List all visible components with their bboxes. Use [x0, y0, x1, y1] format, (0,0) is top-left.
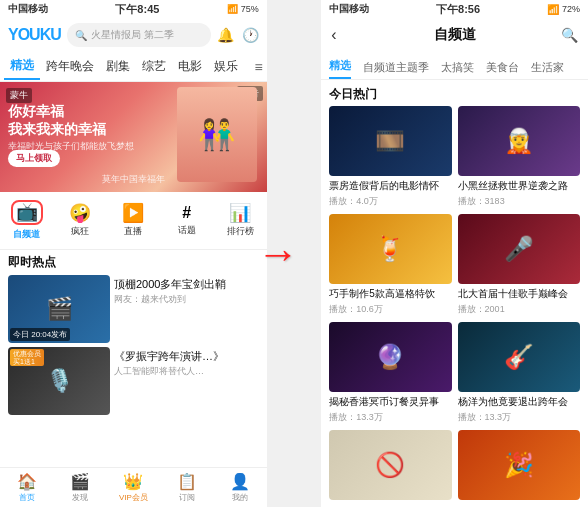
quick-nav-zipindao[interactable]: 📺 自频道 — [0, 198, 53, 243]
video-card-4[interactable]: 🔮 揭秘香港冥币订餐灵异事 播放：13.3万 — [329, 322, 451, 424]
bottom-nav-discover[interactable]: 🎬 发现 — [53, 468, 106, 507]
video-views-1: 播放：3183 — [458, 195, 580, 208]
video-thumb-5: 🎸 — [458, 322, 580, 392]
search-box[interactable]: 🔍 火星情报局 第二季 — [67, 23, 211, 47]
bottom-nav-profile[interactable]: 👤 我的 — [213, 468, 266, 507]
video-card-0[interactable]: 🎞️ 票房造假背后的电影情怀 播放：4.0万 — [329, 106, 451, 208]
right-sub-tabs: 精选 自频道主题季 太搞笑 美食台 生活家 — [321, 52, 588, 80]
vthumb-bg-6: 🚫 — [329, 430, 451, 500]
hot-info-2: 《罗振宇跨年演讲…》 人工智能即将替代人… — [114, 347, 259, 415]
video-card-3[interactable]: 🎤 北大首届十佳歌手巅峰会 播放：2001 — [458, 214, 580, 316]
bottom-nav-home[interactable]: 🏠 首页 — [0, 468, 53, 507]
right-status-bar: 中国移动 下午8:56 📶 72% — [321, 0, 588, 18]
bottom-nav-subscribe[interactable]: 📋 订阅 — [160, 468, 213, 507]
left-battery: 75% — [241, 4, 259, 14]
left-status-icons: 📶 75% — [227, 4, 259, 14]
profile-icon: 👤 — [230, 472, 250, 491]
quick-nav-huati[interactable]: # 话题 — [160, 198, 213, 243]
bottom-nav-vip-label: VIP会员 — [119, 492, 148, 503]
nav-tab-kuangnian[interactable]: 跨年晚会 — [40, 54, 100, 79]
banner-text: 你好幸福 我来我来的幸福 幸福时光与孩子们都能放飞梦想 — [8, 102, 134, 153]
nav-tab-dianying[interactable]: 电影 — [172, 54, 208, 79]
quick-nav-paihang-label: 排行榜 — [227, 225, 254, 238]
hot-grid: 🎬 今日 20:04发布 顶棚2000多年宝剑出鞘 网友：越来代劝到 🎙️ 优惠… — [0, 273, 267, 467]
bottom-nav-vip[interactable]: 👑 VIP会员 — [107, 468, 160, 507]
right-time: 下午8:56 — [436, 2, 480, 17]
video-card-7[interactable]: 🎉 — [458, 430, 580, 500]
video-card-2[interactable]: 🍹 巧手制作5款高逼格特饮 播放：10.6万 — [329, 214, 451, 316]
left-panel: 中国移动 下午8:45 📶 75% YOUKU 🔍 火星情报局 第二季 🔔 🕐 … — [0, 0, 267, 507]
bottom-nav-discover-label: 发现 — [72, 492, 88, 503]
clock-icon[interactable]: 🕐 — [242, 27, 259, 43]
video-thumb-3: 🎤 — [458, 214, 580, 284]
quick-nav-icon-wrap: 📺 — [11, 200, 43, 225]
video-thumb-4: 🔮 — [329, 322, 451, 392]
nav-tab-juji[interactable]: 剧集 — [100, 54, 136, 79]
banner-figure: 👫 — [177, 87, 257, 182]
banner-logo-text: 蒙牛 — [10, 89, 28, 102]
hot-thumb-1[interactable]: 🎬 今日 20:04发布 — [8, 275, 110, 343]
right-tab-meishitai[interactable]: 美食台 — [486, 60, 519, 79]
video-title-2: 巧手制作5款高逼格特饮 — [329, 287, 451, 300]
huati-icon: # — [182, 205, 191, 221]
left-carrier: 中国移动 — [8, 2, 48, 16]
bottom-nav-subscribe-label: 订阅 — [179, 492, 195, 503]
nav-tab-jingxuan[interactable]: 精选 — [4, 53, 40, 80]
hot-meta-1: 网友：越来代劝到 — [114, 293, 259, 306]
youku-logo: YOUKU — [8, 26, 61, 44]
bottom-nav-home-label: 首页 — [19, 492, 35, 503]
video-title-0: 票房造假背后的电影情怀 — [329, 179, 451, 192]
video-views-0: 播放：4.0万 — [329, 195, 451, 208]
search-placeholder: 火星情报局 第二季 — [91, 28, 174, 42]
banner-area: 广告 蒙牛 你好幸福 我来我来的幸福 幸福时光与孩子们都能放飞梦想 马上领取 莫… — [0, 82, 267, 192]
right-search-icon[interactable]: 🔍 — [561, 27, 578, 43]
right-tab-taogaoxiao[interactable]: 太搞笑 — [441, 60, 474, 79]
video-title-4: 揭秘香港冥币订餐灵异事 — [329, 395, 451, 408]
quick-nav-fengkuang[interactable]: 🤪 疯狂 — [53, 198, 106, 243]
video-card-6[interactable]: 🚫 — [329, 430, 451, 500]
discover-icon: 🎬 — [70, 472, 90, 491]
hot-row-1: 🎬 今日 20:04发布 顶棚2000多年宝剑出鞘 网友：越来代劝到 — [0, 273, 267, 345]
nav-tab-zongyi[interactable]: 综艺 — [136, 54, 172, 79]
bottom-nav-profile-label: 我的 — [232, 492, 248, 503]
hot-thumb-badge-1: 今日 20:04发布 — [10, 328, 70, 341]
search-icon: 🔍 — [75, 30, 87, 41]
vthumb-bg-3: 🎤 — [458, 214, 580, 284]
navigation-arrow: → — [257, 230, 299, 278]
video-views-5: 播放：13.3万 — [458, 411, 580, 424]
video-thumb-6: 🚫 — [329, 430, 451, 500]
vthumb-bg-1: 🧝 — [458, 106, 580, 176]
video-card-1[interactable]: 🧝 小黑丝拯救世界逆袭之路 播放：3183 — [458, 106, 580, 208]
video-views-3: 播放：2001 — [458, 303, 580, 316]
right-tab-shenghuo[interactable]: 生活家 — [531, 60, 564, 79]
quick-nav-zhibo[interactable]: ▶️ 直播 — [107, 198, 160, 243]
home-icon: 🏠 — [17, 472, 37, 491]
back-button[interactable]: ‹ — [331, 26, 336, 44]
vip-icon: 👑 — [123, 472, 143, 491]
left-signal-icon: 📶 — [227, 4, 238, 14]
banner-btn[interactable]: 马上领取 — [8, 150, 60, 167]
fengkuang-icon: 🤪 — [69, 204, 91, 222]
nav-tab-yule[interactable]: 娱乐 — [208, 54, 244, 79]
right-tab-zhutiqi[interactable]: 自频道主题季 — [363, 60, 429, 79]
nav-tabs: 精选 跨年晚会 剧集 综艺 电影 娱乐 ≡ — [0, 52, 267, 82]
right-battery: 72% — [562, 4, 580, 14]
header-icons: 🔔 🕐 — [217, 27, 259, 43]
nav-more-icon[interactable]: ≡ — [255, 59, 263, 75]
video-title-1: 小黑丝拯救世界逆袭之路 — [458, 179, 580, 192]
banner-title: 你好幸福 我来我来的幸福 — [8, 102, 134, 138]
right-header: ‹ 自频道 🔍 — [321, 18, 588, 52]
video-thumb-0: 🎞️ — [329, 106, 451, 176]
quick-nav: 📺 自频道 🤪 疯狂 ▶️ 直播 # 话题 📊 排行榜 — [0, 192, 267, 250]
right-panel: 中国移动 下午8:56 📶 72% ‹ 自频道 🔍 精选 自频道主题季 太搞笑 … — [321, 0, 588, 507]
hot-thumb-2[interactable]: 🎙️ 优惠会员 买1送1 — [8, 347, 110, 415]
right-status-icons: 📶 72% — [547, 4, 580, 15]
quick-nav-huati-label: 话题 — [178, 224, 196, 237]
bottom-nav: 🏠 首页 🎬 发现 👑 VIP会员 📋 订阅 👤 我的 — [0, 467, 267, 507]
right-tab-jingxuan[interactable]: 精选 — [329, 58, 351, 79]
quick-nav-fengkuang-label: 疯狂 — [71, 225, 89, 238]
bell-icon[interactable]: 🔔 — [217, 27, 234, 43]
video-card-5[interactable]: 🎸 杨洋为他竟要退出跨年会 播放：13.3万 — [458, 322, 580, 424]
video-views-2: 播放：10.6万 — [329, 303, 451, 316]
banner-logo: 蒙牛 — [6, 88, 32, 103]
